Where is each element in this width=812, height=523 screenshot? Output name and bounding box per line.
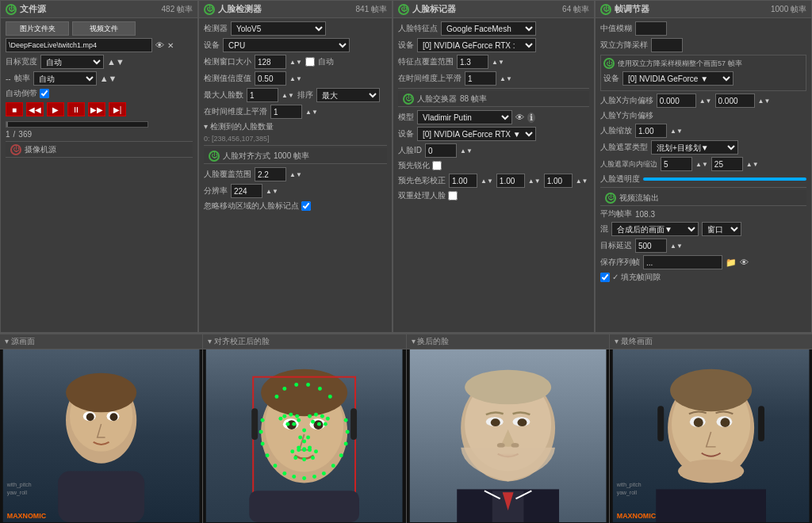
median-input[interactable]: [635, 21, 667, 36]
svg-point-52: [314, 449, 318, 453]
face-x-label: 人脸X方向偏移: [600, 95, 653, 106]
model-select[interactable]: Vladimir Putin: [417, 110, 512, 124]
video-output-header: ⏻ 视频流输出: [600, 190, 806, 206]
face-scale-input[interactable]: [635, 124, 667, 138]
save-seq-input[interactable]: [643, 255, 722, 269]
smooth-input[interactable]: [270, 105, 302, 119]
detector-select[interactable]: YoloV5: [231, 21, 326, 36]
face-inner-input[interactable]: [661, 157, 692, 171]
window-size-input[interactable]: [255, 55, 286, 69]
multi-checkbox[interactable]: [448, 191, 458, 200]
info-icon[interactable]: ℹ: [527, 113, 535, 123]
swapper-power-icon[interactable]: ⏻: [403, 94, 414, 105]
face-y-label: 人脸Y方向偏移: [600, 110, 653, 121]
marker-device-row: 设备 [0] NVIDIA GeForce RTX :: [398, 38, 589, 52]
pre-correct-label: 预先色彩校正: [398, 175, 446, 186]
marker-device-select[interactable]: [0] NVIDIA GeForce RTX :: [417, 38, 536, 52]
face-coverage-input[interactable]: [255, 167, 286, 181]
device-swap-select[interactable]: [0] NVIDIA GeForce RTX ▼: [417, 127, 536, 141]
window-select[interactable]: 窗口: [702, 222, 741, 236]
svg-point-64: [312, 475, 316, 479]
tab-image-folder[interactable]: 图片文件夹: [6, 21, 69, 36]
max-faces-input[interactable]: [247, 88, 278, 102]
super-device-select[interactable]: [0] NVIDIA GeForce ▼: [622, 71, 733, 86]
pre-correct-input2[interactable]: [496, 174, 525, 188]
pre-c1-arrows: ▲▼: [481, 178, 493, 185]
threshold-label: 检测值信度值: [204, 73, 251, 84]
bilateral-input[interactable]: [651, 38, 683, 52]
target-ext-row: 目标延迟 ▲▼: [600, 239, 806, 253]
detected-label: ▾ 检测到的人脸数量: [204, 121, 274, 132]
face-marker-checkbox[interactable]: [301, 201, 311, 211]
video-power-icon[interactable]: ⏻: [605, 193, 616, 204]
camera-power-icon[interactable]: ⏻: [10, 144, 21, 155]
btn-stop1[interactable]: ■: [6, 102, 23, 116]
filepath-input[interactable]: [6, 38, 152, 52]
source-power-icon[interactable]: ⏻: [6, 4, 17, 15]
mix-select[interactable]: 合成后的画面▼: [611, 222, 699, 236]
super-device-row: 设备 [0] NVIDIA GeForce ▼: [603, 71, 803, 86]
camera-panel-header: ⏻ 摄像机源: [6, 142, 193, 158]
auto-rewind-checkbox[interactable]: [40, 89, 49, 98]
face-id-arrows: ▲▼: [460, 147, 473, 155]
align-power-icon[interactable]: ⏻: [209, 151, 220, 162]
eye-icon[interactable]: 👁: [155, 40, 164, 50]
svg-point-37: [326, 417, 330, 421]
marker-smooth-arrows: ▲▼: [500, 75, 512, 82]
fill-gap-checkbox[interactable]: [600, 273, 610, 282]
svg-point-42: [298, 436, 302, 440]
target-width-select[interactable]: 自动: [40, 55, 104, 69]
eye-icon2[interactable]: 👁: [515, 113, 524, 122]
sort-select[interactable]: 最大: [316, 88, 380, 102]
svg-point-30: [295, 414, 299, 418]
marker-smooth-input[interactable]: [465, 71, 496, 86]
super-power-icon[interactable]: ⏻: [603, 58, 615, 69]
detector-power-icon[interactable]: ⏻: [204, 4, 215, 15]
face-blur-input[interactable]: [711, 157, 743, 171]
svg-rect-97: [758, 406, 764, 441]
face-x-input[interactable]: [657, 94, 696, 108]
resolution-input[interactable]: [231, 184, 262, 198]
close-icon[interactable]: ✕: [167, 41, 174, 50]
smooth-row: 在时间维度上平滑 ▲▼: [204, 105, 387, 119]
face-type-select[interactable]: 混划+目移划▼: [651, 140, 738, 155]
btn-stop2[interactable]: ◀◀: [26, 102, 44, 116]
video-title: 视频流输出: [619, 193, 659, 204]
btn-forward[interactable]: ▶▶: [88, 102, 105, 116]
opacity-slider-track[interactable]: [643, 178, 806, 181]
marker-smooth-row: 在时间维度上平滑 ▲▼: [398, 71, 589, 86]
svg-point-60: [274, 464, 278, 468]
svg-point-81: [517, 418, 527, 426]
presharpen-checkbox[interactable]: [432, 161, 442, 170]
save-seq-eye-icon[interactable]: 👁: [740, 258, 749, 267]
target-ext-input[interactable]: [635, 239, 667, 253]
btn-end[interactable]: ▶|: [109, 102, 126, 116]
fps-sub-select[interactable]: 自动: [33, 71, 97, 86]
pre-correct-input3[interactable]: [544, 174, 573, 188]
face-id-input[interactable]: [425, 143, 457, 158]
marker-power-icon[interactable]: ⏻: [398, 4, 409, 15]
auto-checkbox[interactable]: [305, 57, 315, 67]
adjuster-power-icon[interactable]: ⏻: [600, 4, 611, 15]
svg-point-48: [291, 449, 295, 453]
face-opacity-row: 人脸透明度: [600, 174, 806, 185]
svg-point-82: [496, 443, 504, 448]
face-points-select[interactable]: Google FaceMesh: [441, 21, 536, 36]
tab-video-file[interactable]: 视频文件: [72, 21, 136, 36]
target-width-row: 目标宽度 自动 ▲▼: [6, 55, 193, 69]
threshold-input[interactable]: [255, 71, 286, 86]
feature-scale-input[interactable]: [457, 55, 488, 69]
device-select[interactable]: CPU: [223, 38, 350, 52]
svg-rect-8: [58, 471, 144, 522]
pre-correct-input1[interactable]: [449, 174, 477, 188]
svg-point-68: [344, 441, 348, 445]
super-title: 使用双立方降采样模糊整个画面57 帧率: [618, 59, 742, 69]
source-title: 文件源: [20, 3, 46, 15]
final-face-svg: with_pitch yaw_roll MAXNOMIC: [610, 349, 812, 522]
face-x-input2[interactable]: [715, 94, 755, 108]
save-seq-folder-icon[interactable]: 📁: [726, 258, 737, 268]
svg-point-23: [294, 383, 298, 387]
btn-play[interactable]: ▶: [47, 102, 64, 116]
final-image-panel: ▾ 最终画面: [610, 334, 812, 523]
btn-pause[interactable]: ⏸: [67, 102, 85, 116]
